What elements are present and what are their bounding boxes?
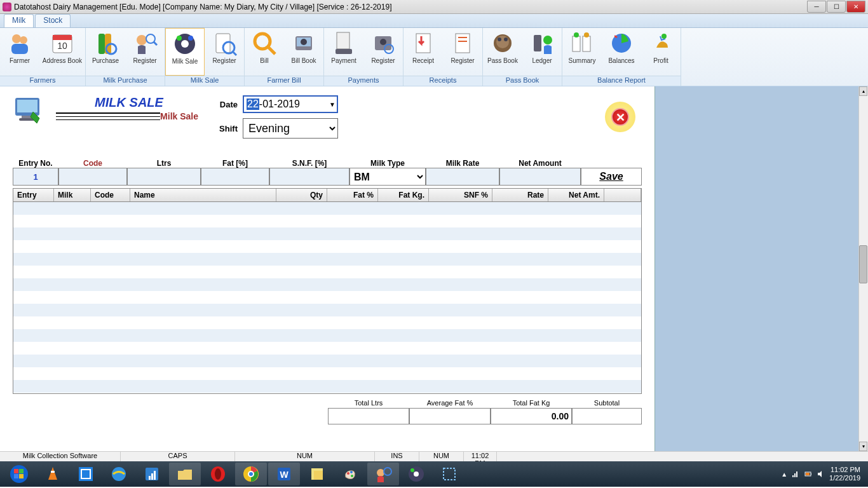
ltrs-input[interactable] — [127, 168, 201, 186]
battery-icon[interactable] — [804, 470, 813, 478]
chevron-down-icon[interactable]: ▼ — [329, 101, 336, 108]
maximize-button[interactable]: ☐ — [827, 1, 846, 13]
opera-taskbar-button[interactable] — [202, 463, 234, 485]
scroll-thumb[interactable] — [859, 245, 867, 283]
entry-no-input[interactable] — [13, 168, 58, 186]
code-input[interactable] — [58, 168, 127, 186]
vlc-taskbar-button[interactable] — [37, 463, 69, 485]
shift-select[interactable]: Evening — [243, 118, 338, 139]
grid-col-rate[interactable]: Rate — [492, 189, 548, 201]
tab-milk[interactable]: Milk — [4, 14, 34, 27]
grid-col-fatp[interactable]: Fat % — [327, 189, 378, 201]
table-row — [13, 316, 641, 329]
total-fatkg-label: Total Fat Kg — [491, 399, 572, 407]
explorer-taskbar-button[interactable] — [169, 463, 201, 485]
scroll-up-icon[interactable]: ▴ — [859, 86, 867, 96]
svg-point-73 — [351, 475, 353, 477]
notes-taskbar-button[interactable] — [301, 463, 333, 485]
farmer-button[interactable]: Farmer — [0, 28, 39, 76]
ie-taskbar-button[interactable] — [103, 463, 135, 485]
tray-chevron-icon[interactable]: ▲ — [781, 471, 787, 478]
chrome-icon — [241, 464, 261, 484]
passbook-button[interactable]: Pass Book — [483, 28, 522, 76]
calendar-icon: 10 — [49, 30, 76, 57]
scroll-down-icon[interactable]: ▾ — [859, 442, 867, 451]
grid-col-name[interactable]: Name — [130, 189, 276, 201]
grid-col-fatkg[interactable]: Fat Kg. — [378, 189, 429, 201]
grid-col-snf[interactable]: SNF % — [429, 189, 492, 201]
minimize-button[interactable]: ─ — [807, 1, 826, 13]
sale-register-button[interactable]: Register — [205, 28, 244, 76]
ribbon-group-payments: Payment Register Payments — [324, 28, 403, 86]
table-row — [13, 202, 641, 215]
word-taskbar-button[interactable]: W — [268, 463, 300, 485]
form-fields: Date 22-01-2019 ▼ Shift Evening — [212, 95, 338, 139]
payment-register-button[interactable]: Register — [363, 28, 403, 76]
save-button[interactable]: Save — [581, 168, 642, 186]
date-input[interactable]: 22-01-2019 ▼ — [243, 95, 338, 113]
volume-icon[interactable] — [817, 470, 825, 478]
ledger-button[interactable]: Ledger — [522, 28, 562, 76]
grid-col-amt[interactable]: Net Amt. — [548, 189, 604, 201]
payment-button[interactable]: Payment — [324, 28, 363, 76]
form-title-block: MILK SALE Milk Sale — [56, 95, 202, 123]
grid-col-entry[interactable]: Entry — [13, 189, 54, 201]
receipt-register-button[interactable]: Register — [443, 28, 482, 76]
bill-button[interactable]: Bill — [245, 28, 284, 76]
fat-input[interactable] — [201, 168, 269, 186]
group-label-farmers: Farmers — [0, 76, 85, 86]
app-icon — [76, 464, 95, 484]
entry-no-label: Entry No. — [13, 159, 58, 168]
entries-grid: Entry Milk Code Name Qty Fat % Fat Kg. S… — [13, 188, 642, 394]
scrollbar[interactable]: ▴ ▾ — [858, 86, 868, 451]
svg-rect-79 — [444, 468, 455, 480]
svg-rect-85 — [806, 473, 810, 475]
svg-point-71 — [347, 472, 349, 475]
svg-rect-40 — [583, 36, 590, 51]
tab-stock[interactable]: Stock — [35, 14, 71, 27]
system-tray: ▲ 11:02 PM 1/22/2019 — [781, 466, 865, 482]
profit-button[interactable]: Profit — [641, 28, 681, 76]
media-icon — [407, 464, 426, 484]
milk-type-select[interactable]: BM — [349, 168, 426, 186]
milk-sale-button[interactable]: Milk Sale — [165, 28, 205, 76]
main-area: MILK SALE Milk Sale Date 22-01-2019 ▼ Sh… — [0, 86, 868, 451]
receipt-button[interactable]: Receipt — [403, 28, 443, 76]
paint-taskbar-button[interactable] — [334, 463, 366, 485]
snf-input[interactable] — [269, 168, 349, 186]
tray-clock[interactable]: 11:02 PM 1/22/2019 — [829, 466, 860, 482]
summary-button[interactable]: Summary — [562, 28, 602, 76]
grid-col-qty[interactable]: Qty — [276, 189, 327, 201]
windows-icon — [10, 464, 29, 484]
balances-button[interactable]: Balances — [602, 28, 641, 76]
taskmgr-button[interactable] — [136, 463, 168, 485]
svg-point-9 — [137, 35, 147, 45]
grid-col-milk[interactable]: Milk — [54, 189, 91, 201]
net-input[interactable] — [499, 168, 581, 186]
subtotal-label: Subtotal — [572, 399, 642, 407]
grid-col-code[interactable]: Code — [91, 189, 130, 201]
right-panel — [654, 86, 858, 451]
register-icon — [370, 30, 397, 57]
svg-point-14 — [177, 36, 182, 41]
app-taskbar-button[interactable] — [70, 463, 102, 485]
purchase-register-button[interactable]: Register — [125, 28, 165, 76]
rate-input[interactable] — [426, 168, 499, 186]
shift-label: Shift — [212, 124, 238, 133]
close-form-button[interactable]: ✕ — [605, 102, 635, 132]
start-button[interactable] — [3, 463, 36, 485]
screenshot-taskbar-button[interactable] — [433, 463, 465, 485]
svg-rect-46 — [17, 100, 37, 112]
status-num: NUM — [235, 452, 375, 461]
status-caps: CAPS — [121, 452, 235, 461]
wifi-icon[interactable] — [791, 470, 800, 478]
address-book-button[interactable]: 10 Address Book — [39, 28, 85, 76]
bill-book-button[interactable]: Bill Book — [284, 28, 323, 76]
media-taskbar-button[interactable] — [400, 463, 432, 485]
purchase-button[interactable]: Purchase — [86, 28, 125, 76]
ribbon-group-sale: Milk Sale Register Milk Sale — [165, 28, 245, 86]
chrome-taskbar-button[interactable] — [235, 463, 267, 485]
svg-rect-61 — [154, 471, 156, 480]
close-button[interactable]: ✕ — [846, 1, 865, 13]
dairy-taskbar-button[interactable] — [367, 463, 399, 485]
